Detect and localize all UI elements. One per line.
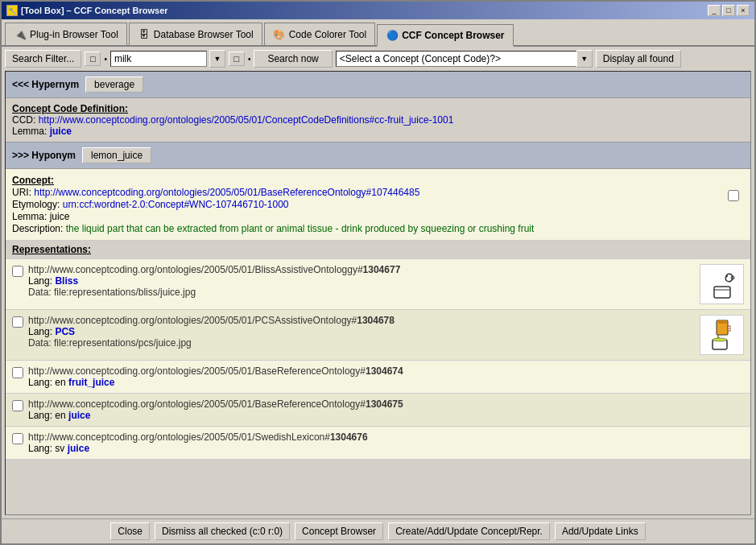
repr-lang-fruit-juice: Lang: en fruit_juice	[28, 377, 744, 388]
repr-content-bliss: http://www.conceptcoding.org/ontologies/…	[28, 264, 695, 298]
etym-link[interactable]: urn:ccf:wordnet-2.0:Concept#WNC-10744671…	[63, 199, 289, 210]
svg-line-7	[728, 325, 731, 327]
display-all-button[interactable]: Display all found	[596, 50, 681, 68]
main-window: 🔧 [Tool Box] – CCF Concept Browser _ □ ×…	[0, 0, 756, 545]
toolbar-row: Search Filter... □ • ▼ □ • Search now <S…	[5, 50, 751, 68]
repr-data-pcs: Data: file:representations/pcs/juice.jpg	[28, 337, 695, 349]
repr-url-bliss: http://www.conceptcoding.org/ontologies/…	[28, 264, 695, 275]
hyponym-label: >>> Hyponym	[12, 150, 76, 161]
scroll-container[interactable]: <<< Hypernym beverage Concept Code Defin…	[5, 71, 751, 515]
concept-detail: Concept: URI: http://www.conceptcoding.o…	[6, 169, 750, 241]
hypernym-value[interactable]: beverage	[85, 76, 143, 93]
bliss-icon	[702, 266, 742, 302]
repr-row-juice-en: http://www.conceptcoding.org/ontologies/…	[6, 394, 750, 427]
concept-etym-row: Etymology: urn:ccf:wordnet-2.0:Concept#W…	[12, 199, 723, 210]
concept-lemma-row: Lemma: juice	[12, 211, 723, 222]
repr-lang-prefix-bliss: Lang:	[28, 275, 55, 287]
ccf-icon: 🔵	[386, 29, 399, 42]
svg-point-6	[713, 338, 727, 341]
uri-link[interactable]: http://www.conceptcoding.org/ontologies/…	[34, 187, 419, 198]
concept-code-label: Concept Code Definition:	[12, 103, 744, 114]
concept-title-row: Concept:	[12, 175, 723, 186]
maximize-button[interactable]: □	[722, 5, 735, 16]
repr-lang-link-juice-sv[interactable]: juice	[68, 443, 89, 454]
repr-checkbox-juice-en[interactable]	[12, 400, 23, 411]
repr-hash-pcs: 1304678	[357, 315, 395, 326]
svg-rect-4	[718, 320, 726, 324]
create-add-button[interactable]: Create/Add/Update Concept/Repr.	[388, 522, 550, 540]
repr-lang-link-pcs[interactable]: PCS	[55, 326, 75, 337]
search-filter-button[interactable]: Search Filter...	[5, 50, 81, 68]
repr-lang-link-bliss[interactable]: Bliss	[55, 275, 78, 287]
tab-ccf[interactable]: 🔵 CCF Concept Browser	[377, 24, 513, 47]
content-area: Search Filter... □ • ▼ □ • Search now <S…	[2, 47, 754, 518]
search-input[interactable]	[110, 51, 207, 67]
repr-url-prefix-bliss: http://www.conceptcoding.org/ontologies/…	[28, 264, 363, 275]
hypernym-row: <<< Hypernym beverage	[6, 72, 750, 98]
repr-checkbox-fruit-juice[interactable]	[12, 367, 23, 378]
concept-checkbox-col	[728, 174, 744, 204]
repr-url-juice-sv: http://www.conceptcoding.org/ontologies/…	[28, 431, 744, 443]
add-update-button[interactable]: Add/Update Links	[555, 522, 646, 540]
ccd-row: CCD: http://www.conceptcoding.org/ontolo…	[12, 114, 744, 126]
repr-lang-pcs: Lang: PCS	[28, 326, 695, 337]
concept-code-section: Concept Code Definition: CCD: http://www…	[6, 98, 750, 142]
small-btn-2[interactable]: □	[229, 52, 245, 66]
lemma-text: Lemma: juice	[12, 211, 69, 222]
repr-lang-link-juice-en[interactable]: juice	[68, 410, 90, 421]
repr-content-pcs: http://www.conceptcoding.org/ontologies/…	[28, 315, 695, 349]
etym-prefix: Etymology:	[12, 199, 63, 210]
repr-content-juice-en: http://www.conceptcoding.org/ontologies/…	[28, 398, 744, 421]
search-dropdown-arrow[interactable]: ▼	[209, 50, 225, 68]
close-window-button[interactable]: ×	[737, 5, 750, 16]
concept-dropdown-arrow[interactable]: ▼	[576, 50, 593, 68]
tab-database[interactable]: 🗄 Database Browser Tool	[129, 23, 262, 45]
title-bar-left: 🔧 [Tool Box] – CCF Concept Browser	[6, 5, 168, 16]
scroll-inner: <<< Hypernym beverage Concept Code Defin…	[6, 72, 750, 460]
repr-hash-juice-sv: 1304676	[330, 431, 368, 443]
repr-checkbox-pcs[interactable]	[12, 316, 23, 328]
repr-lang-link-fruit-juice[interactable]: fruit_juice	[68, 377, 114, 388]
svg-rect-0	[714, 287, 730, 298]
repr-image-bliss	[700, 264, 744, 304]
uri-prefix: URI:	[12, 187, 34, 198]
dot-1: •	[104, 55, 107, 64]
dismiss-button[interactable]: Dismiss all checked (c:0 r:0)	[155, 522, 290, 540]
repr-lang-prefix-pcs: Lang:	[28, 326, 55, 337]
concept-desc-row: Description: the liquid part that can be…	[12, 223, 723, 234]
code-colorer-icon: 🎨	[273, 28, 286, 41]
repr-image-pcs	[700, 315, 744, 355]
hyponym-value[interactable]: lemon_juice	[82, 147, 151, 163]
small-btn-1[interactable]: □	[85, 52, 101, 66]
repr-hash-juice-en: 1304675	[366, 398, 403, 410]
search-now-button[interactable]: Search now	[254, 50, 332, 68]
plugin-icon: 🔌	[14, 28, 27, 41]
lemma-prefix: Lemma:	[12, 126, 50, 137]
minimize-button[interactable]: _	[708, 5, 721, 16]
repr-hash-fruit-juice: 1304674	[366, 365, 403, 377]
tab-code-colorer[interactable]: 🎨 Code Colorer Tool	[264, 23, 376, 45]
repr-checkbox-bliss[interactable]	[12, 266, 23, 277]
repr-row-juice-sv: http://www.conceptcoding.org/ontologies/…	[6, 427, 750, 460]
ccd-link[interactable]: http://www.conceptcoding.org/ontologies/…	[39, 114, 454, 126]
concept-select-wrapper: <Select a Concept (Concept Code)?> ▼	[336, 50, 593, 68]
database-icon: 🗄	[138, 28, 151, 41]
tab-code-colorer-label: Code Colorer Tool	[289, 29, 367, 40]
desc-link[interactable]: the liquid part that can be extracted fr…	[66, 223, 535, 234]
app-icon: 🔧	[6, 5, 18, 16]
repr-url-prefix-pcs: http://www.conceptcoding.org/ontologies/…	[28, 315, 357, 326]
lemma-value: juice	[50, 126, 72, 137]
concept-detail-left: Concept: URI: http://www.conceptcoding.o…	[12, 174, 723, 235]
close-button[interactable]: Close	[110, 522, 150, 540]
lemma-row: Lemma: juice	[12, 126, 744, 137]
repr-row-pcs: http://www.conceptcoding.org/ontologies/…	[6, 310, 750, 361]
concept-browser-button[interactable]: Concept Browser	[295, 522, 383, 540]
concept-checkbox[interactable]	[728, 190, 739, 201]
repr-url-fruit-juice: http://www.conceptcoding.org/ontologies/…	[28, 365, 744, 377]
tab-plugin[interactable]: 🔌 Plug-in Browser Tool	[5, 23, 127, 45]
repr-lang-prefix-je: Lang: en	[28, 410, 68, 421]
concept-dropdown[interactable]: <Select a Concept (Concept Code)?>	[336, 51, 577, 67]
dot-2: •	[248, 55, 251, 64]
hyponym-row: >>> Hyponym lemon_juice	[6, 142, 750, 169]
repr-checkbox-juice-sv[interactable]	[12, 433, 23, 444]
